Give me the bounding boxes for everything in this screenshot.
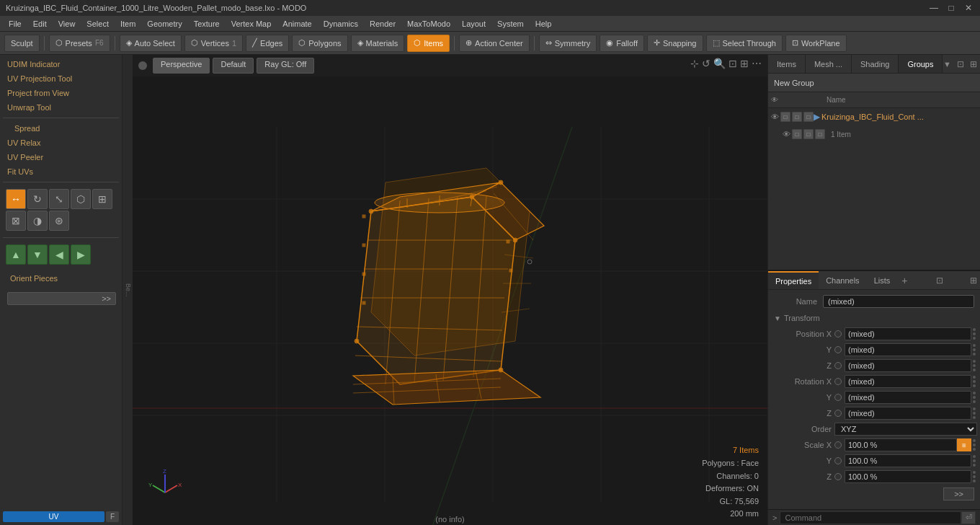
window-controls[interactable]: — □ ✕ [928,3,974,13]
close-button[interactable]: ✕ [963,3,974,13]
menu-item[interactable]: Item [115,16,141,31]
menu-system[interactable]: System [491,16,530,31]
project-from-view-tool[interactable]: Project from View [3,87,119,100]
menu-texture[interactable]: Texture [188,16,226,31]
props-expand[interactable]: ⊞ [967,275,980,286]
vp-icon-expand[interactable]: ⊡ [729,58,737,69]
list-item[interactable]: 👁 □ □ □ ▶ Kruizinga_IBC_Fluid_Cont ... [768,108,980,125]
sub-item-eye-icon[interactable]: 👁 [783,130,790,138]
f-tag[interactable]: F [106,511,119,522]
pos-y-field[interactable]: (mixed) [845,343,971,356]
vertices-button[interactable]: ⬡ Vertices 1 [184,35,243,52]
right-top-expand[interactable]: ⊞ [967,59,980,69]
props-apply-button[interactable]: >> [943,488,974,500]
ray-gl-button[interactable]: Ray GL: Off [257,58,314,74]
materials-button[interactable]: ◈ Materials [351,35,405,52]
sub-item-icon-a[interactable]: □ [792,129,802,139]
pos-x-field[interactable]: (mixed) [845,327,971,340]
scale-y-field[interactable]: 100.0 % [845,454,971,467]
rot-x-field[interactable]: (mixed) [845,375,971,388]
arrow-up-btn[interactable]: ▲ [6,244,26,265]
symmetry-button[interactable]: ⇔ Symmetry [539,35,597,52]
vp-icon-refresh[interactable]: ↺ [702,58,710,69]
tab-mesh[interactable]: Mesh ... [806,55,852,73]
falloff-button[interactable]: ◉ Falloff [600,35,644,52]
workplane-button[interactable]: ⊡ WorkPlane [785,35,847,52]
sculpt-button[interactable]: Sculpt [4,35,40,52]
menu-dynamics[interactable]: Dynamics [318,16,364,31]
tab-channels[interactable]: Channels [819,271,866,289]
udim-indicator-tool[interactable]: UDIM Indicator [3,58,119,71]
menu-file[interactable]: File [3,16,27,31]
menu-render[interactable]: Render [364,16,401,31]
default-button[interactable]: Default [213,58,254,74]
polygons-button[interactable]: ⬡ Polygons [292,35,347,52]
item-eye-icon[interactable]: 👁 [771,112,779,121]
uv-projection-tool[interactable]: UV Projection Tool [3,72,119,85]
snapping-button[interactable]: ✛ Snapping [647,35,703,52]
select-through-button[interactable]: ⬚ Select Through [706,35,783,52]
pos-z-field[interactable]: (mixed) [845,359,971,372]
spread-tool[interactable]: Spread [3,122,119,135]
menu-view[interactable]: View [53,16,81,31]
right-top-maximize[interactable]: ⊡ [954,59,967,69]
tool-icon-3[interactable]: ⤡ [49,189,69,209]
presets-button[interactable]: ⬡ Presets F6 [49,35,110,52]
menu-select[interactable]: Select [81,16,115,31]
rot-z-field[interactable]: (mixed) [845,407,971,420]
edges-button[interactable]: ╱ Edges [246,35,289,52]
props-maximize[interactable]: ⊡ [933,275,946,286]
list-sub-item[interactable]: 👁 □ □ □ 1 Item [768,125,980,143]
scale-x-field[interactable]: 100.0 % [845,438,957,451]
add-tab-button[interactable]: + [897,275,912,286]
name-prop-input[interactable] [823,295,974,308]
rot-y-field[interactable]: (mixed) [845,391,971,404]
vp-icon-grid[interactable]: ⊞ [740,58,749,69]
menu-vertexmap[interactable]: Vertex Map [226,16,277,31]
tool-icon-4[interactable]: ⬡ [71,189,91,209]
vp-icon-crosshair[interactable]: ⊹ [690,58,699,69]
arrow-right-btn[interactable]: ▶ [71,244,91,265]
tool-icon-7[interactable]: ◑ [27,211,48,231]
sub-item-icon-b[interactable]: □ [803,129,814,139]
tool-icon-6[interactable]: ⊠ [6,211,26,231]
uv-relax-tool[interactable]: UV Relax [3,136,119,149]
menu-maxtomodo[interactable]: MaxToModo [401,16,456,31]
side-label-be[interactable]: Be... [124,281,133,300]
vp-icon-more[interactable]: ⋯ [752,58,762,69]
tool-icon-8[interactable]: ⊛ [49,211,69,231]
uv-peeler-tool[interactable]: UV Peeler [3,151,119,164]
viewport[interactable]: Perspective Default Ray GL: Off ⊹ ↺ 🔍 ⊡ … [133,55,767,525]
arrow-left-btn[interactable]: ◀ [49,244,69,265]
item-icon-a[interactable]: □ [780,112,790,122]
orient-pieces-tool[interactable]: Orient Pieces [6,272,116,285]
scale-z-field[interactable]: 100.0 % [845,470,971,483]
sub-item-icon-c[interactable]: □ [815,129,825,139]
items-button[interactable]: ⬡ Items [407,35,450,52]
tab-shading[interactable]: Shading [852,55,899,73]
menu-geometry[interactable]: Geometry [141,16,187,31]
tab-groups[interactable]: Groups [899,55,943,73]
tool-icon-1[interactable]: ↔ [6,189,26,209]
action-center-button[interactable]: ⊕ Action Center [459,35,530,52]
vp-icon-search[interactable]: 🔍 [713,58,726,69]
order-select[interactable]: XYZ XZY YXZ YZX ZXY ZYX [834,423,977,436]
maximize-button[interactable]: □ [945,3,957,13]
menu-help[interactable]: Help [530,16,558,31]
unwrap-tool[interactable]: Unwrap Tool [3,101,119,114]
perspective-button[interactable]: Perspective [153,58,210,74]
new-group-button[interactable]: New Group [774,79,814,87]
minimize-button[interactable]: — [928,3,940,13]
item-icon-b[interactable]: □ [792,112,802,122]
scale-x-side-btn[interactable]: ≡ [957,438,971,451]
tab-properties[interactable]: Properties [768,271,819,289]
tab-lists[interactable]: Lists [867,271,898,289]
auto-select-button[interactable]: ◈ Auto Select [120,35,182,52]
menu-layout[interactable]: Layout [456,16,491,31]
arrow-down-btn[interactable]: ▼ [27,244,48,265]
menu-edit[interactable]: Edit [27,16,53,31]
fit-uvs-tool[interactable]: Fit UVs [3,165,119,178]
command-input[interactable] [780,511,961,524]
command-exec-button[interactable]: ⏎ [961,511,976,524]
menu-animate[interactable]: Animate [277,16,317,31]
